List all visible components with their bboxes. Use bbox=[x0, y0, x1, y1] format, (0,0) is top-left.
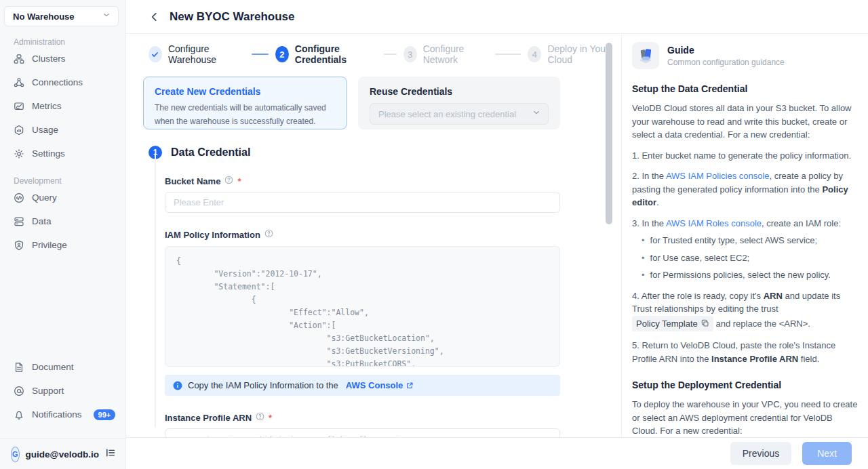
sidebar-item-label: Usage bbox=[32, 125, 58, 135]
step-connector bbox=[384, 54, 396, 55]
data-credential-form: Bucket Name * IAM Policy Information bbox=[165, 176, 560, 437]
support-icon bbox=[14, 386, 24, 396]
guide-bold-text: Instance Profile ARN bbox=[711, 354, 798, 364]
guide-bullet-item: •for Permissions policies, select the ne… bbox=[642, 268, 859, 282]
instance-profile-arn-input[interactable] bbox=[165, 428, 560, 437]
content-area: New BYOC Warehouse Configure Warehouse2C… bbox=[126, 0, 868, 469]
guide-body: Setup the Data CredentialVeloDB Cloud st… bbox=[632, 83, 859, 437]
vertical-scrollbar[interactable] bbox=[606, 43, 612, 224]
sidebar-item-privilege[interactable]: Privilege bbox=[0, 233, 125, 257]
avatar: G bbox=[11, 447, 20, 462]
notification-count-badge: 99+ bbox=[94, 409, 116, 420]
guide-text: , create an IAM role: bbox=[762, 218, 841, 228]
usage-icon bbox=[14, 125, 24, 136]
create-credentials-title: Create New Credentials bbox=[155, 86, 336, 97]
collapse-menu-icon[interactable] bbox=[105, 447, 116, 461]
guide-bullet-item: •for Use case, select EC2; bbox=[642, 251, 859, 265]
stepper: Configure Warehouse2Configure Credential… bbox=[149, 43, 621, 65]
sidebar-item-label: Document bbox=[32, 362, 74, 372]
guide-panel: Guide Common configuration guidance Setu… bbox=[621, 35, 868, 437]
external-link-icon bbox=[406, 382, 414, 390]
sidebar-item-label: Privilege bbox=[32, 240, 67, 250]
step-indicator: 3 bbox=[403, 46, 417, 62]
guide-paragraph: 5. Return to VeloDB Cloud, paste the rol… bbox=[632, 339, 859, 365]
step-2[interactable]: 2Configure Credentials bbox=[275, 43, 378, 65]
guide-text: VeloDB Cloud stores all data in your S3 … bbox=[632, 103, 852, 140]
guide-bullet-text: for Use case, select EC2; bbox=[650, 251, 750, 265]
bucket-name-label: Bucket Name * bbox=[165, 176, 560, 186]
guide-link[interactable]: AWS IAM Policies console bbox=[666, 171, 770, 181]
document-icon bbox=[14, 362, 24, 373]
step-label: Configure Credentials bbox=[295, 43, 378, 65]
sidebar-item-notifications[interactable]: Notifications99+ bbox=[0, 403, 125, 426]
guide-paragraph: 3. In the AWS IAM Roles console, create … bbox=[632, 217, 859, 230]
sidebar-item-connections[interactable]: Connections bbox=[0, 70, 125, 94]
guide-paragraph: To deploy the warehouse in your VPC, you… bbox=[632, 398, 859, 437]
guide-bullet-text: for Permissions policies, select the new… bbox=[650, 268, 831, 282]
sidebar: No Warehouse AdministrationClustersConne… bbox=[0, 0, 126, 469]
settings-icon bbox=[14, 148, 24, 159]
guide-title: Guide bbox=[667, 45, 785, 56]
bucket-name-input[interactable] bbox=[165, 192, 560, 213]
sidebar-item-data[interactable]: Data bbox=[0, 209, 125, 233]
sidebar-item-document[interactable]: Document bbox=[0, 355, 125, 379]
connections-icon bbox=[14, 77, 24, 88]
data-credential-section-header: 1 Data Credential bbox=[149, 146, 621, 159]
help-icon[interactable] bbox=[264, 229, 273, 240]
bell-icon bbox=[14, 409, 24, 420]
user-email: guide@velodb.io bbox=[26, 449, 99, 460]
sidebar-item-clusters[interactable]: Clusters bbox=[0, 47, 125, 70]
main-form-column: Configure Warehouse2Configure Credential… bbox=[126, 35, 621, 437]
sidebar-item-query[interactable]: Query bbox=[0, 186, 125, 209]
policy-template-button[interactable]: Policy Template bbox=[632, 316, 713, 332]
reuse-credentials-card[interactable]: Reuse Credentials Please select an exist… bbox=[358, 77, 560, 129]
step-indicator: 4 bbox=[528, 46, 541, 62]
create-credentials-description: The new credentials will be automaticall… bbox=[155, 102, 336, 129]
previous-button[interactable]: Previous bbox=[730, 442, 791, 465]
step-connector bbox=[495, 54, 521, 55]
page-footer: Previous Next bbox=[126, 437, 868, 469]
sidebar-section-label: Development bbox=[0, 176, 125, 186]
reuse-credentials-title: Reuse Credentials bbox=[370, 86, 549, 97]
copy-icon bbox=[701, 319, 709, 327]
warehouse-selector[interactable]: No Warehouse bbox=[4, 6, 119, 26]
step-indicator: 2 bbox=[275, 46, 289, 62]
sidebar-item-metrics[interactable]: Metrics bbox=[0, 94, 125, 118]
guide-text: 1. Enter bucket name to generate the pol… bbox=[632, 150, 851, 161]
create-new-credentials-card[interactable]: Create New Credentials The new credentia… bbox=[143, 77, 347, 129]
bullet-dot: • bbox=[642, 268, 645, 282]
step-1[interactable]: Configure Warehouse bbox=[149, 43, 245, 65]
existing-credential-select[interactable]: Please select an existing credential bbox=[370, 103, 549, 125]
sidebar-item-support[interactable]: Support bbox=[0, 379, 125, 403]
guide-paragraph: 4. After the role is ready, copy it's AR… bbox=[632, 289, 859, 332]
guide-header: Guide Common configuration guidance bbox=[632, 42, 859, 69]
metrics-icon bbox=[14, 101, 24, 112]
step-3[interactable]: 3Configure Network bbox=[403, 43, 488, 65]
check-icon bbox=[151, 50, 159, 59]
iam-policy-json: { "Version":"2012-10-17", "Statement":[ … bbox=[176, 255, 549, 367]
help-icon[interactable] bbox=[224, 176, 233, 186]
query-icon bbox=[14, 192, 24, 203]
sidebar-item-settings[interactable]: Settings bbox=[0, 142, 125, 165]
next-button[interactable]: Next bbox=[802, 442, 852, 465]
help-icon[interactable] bbox=[256, 412, 264, 423]
required-asterisk: * bbox=[269, 413, 272, 423]
guide-text: 4. After the role is ready, copy it's bbox=[632, 291, 764, 301]
aws-console-banner: Copy the IAM Policy Information to the A… bbox=[165, 375, 560, 396]
guide-text: 2. In the bbox=[632, 171, 666, 181]
aws-console-link[interactable]: AWS Console bbox=[346, 380, 414, 390]
privilege-icon bbox=[14, 240, 24, 251]
sidebar-item-label: Metrics bbox=[32, 101, 62, 111]
user-row[interactable]: G guide@velodb.io bbox=[0, 439, 125, 469]
step-label: Configure Network bbox=[423, 43, 488, 65]
guide-subtitle: Common configuration guidance bbox=[667, 58, 785, 67]
sidebar-item-label: Support bbox=[32, 386, 64, 396]
info-icon bbox=[173, 381, 182, 390]
sidebar-item-usage[interactable]: Usage bbox=[0, 118, 125, 142]
bullet-dot: • bbox=[642, 234, 645, 247]
iam-policy-code-block: { "Version":"2012-10-17", "Statement":[ … bbox=[165, 246, 560, 367]
guide-link[interactable]: AWS IAM Roles console bbox=[666, 218, 762, 228]
sidebar-item-label: Connections bbox=[32, 77, 83, 87]
guide-header-text: Guide Common configuration guidance bbox=[667, 45, 785, 67]
back-button[interactable] bbox=[149, 11, 161, 23]
